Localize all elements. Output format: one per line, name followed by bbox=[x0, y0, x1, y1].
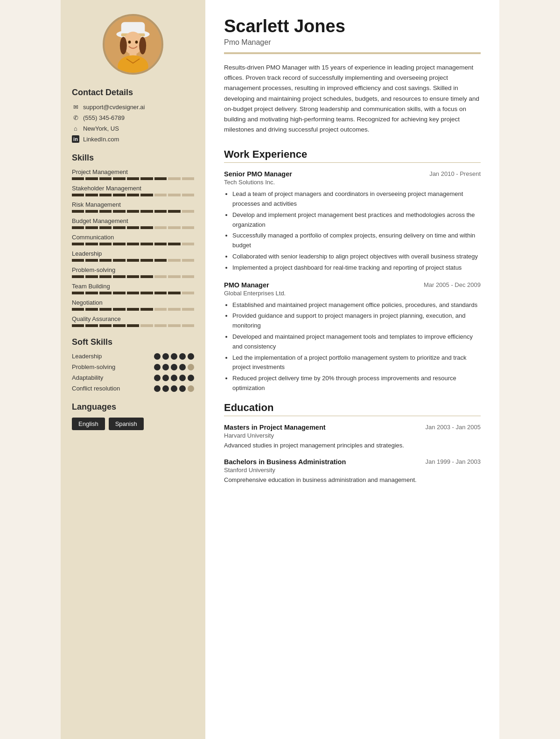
skills-list: Project ManagementStakeholder Management… bbox=[72, 168, 194, 327]
edu-divider bbox=[224, 416, 481, 417]
skill-bar bbox=[72, 210, 194, 213]
soft-skill-item: Problem-solving bbox=[72, 363, 194, 370]
skill-item: Negotiation bbox=[72, 299, 194, 311]
skill-name: Stakeholder Management bbox=[72, 185, 194, 192]
dot bbox=[188, 375, 194, 381]
soft-skill-name: Conflict resolution bbox=[72, 385, 120, 392]
bullet-item: Develop and implement project management… bbox=[232, 210, 481, 230]
contact-section-title: Contact Details bbox=[72, 88, 194, 98]
job-entry: PMO ManagerMar 2005 - Dec 2009Global Ent… bbox=[224, 281, 481, 393]
skill-item: Stakeholder Management bbox=[72, 185, 194, 196]
skill-item: Project Management bbox=[72, 168, 194, 180]
dot bbox=[188, 353, 194, 360]
dot bbox=[188, 385, 194, 392]
dot-container bbox=[154, 353, 194, 360]
work-list: Senior PMO ManagerJan 2010 - PresentTech… bbox=[224, 170, 481, 393]
skill-name: Project Management bbox=[72, 168, 194, 175]
bullet-item: Led the implementation of a project port… bbox=[232, 353, 481, 373]
contact-email: ✉ support@cvdesigner.ai bbox=[72, 103, 194, 111]
dot bbox=[171, 385, 177, 392]
summary-text: Results-driven PMO Manager with 15 years… bbox=[224, 63, 481, 135]
skill-name: Communication bbox=[72, 234, 194, 241]
resume-container: Contact Details ✉ support@cvdesigner.ai … bbox=[61, 0, 499, 739]
edu-date: Jan 1999 - Jan 2003 bbox=[425, 458, 481, 465]
work-divider bbox=[224, 162, 481, 163]
job-date: Jan 2010 - Present bbox=[429, 170, 481, 177]
edu-header: Bachelors in Business AdministrationJan … bbox=[224, 458, 481, 466]
edu-desc: Comprehensive education in business admi… bbox=[224, 475, 481, 485]
job-entry: Senior PMO ManagerJan 2010 - PresentTech… bbox=[224, 170, 481, 272]
skill-name: Negotiation bbox=[72, 299, 194, 306]
skill-bar bbox=[72, 308, 194, 311]
contact-list: ✉ support@cvdesigner.ai ✆ (555) 345-6789… bbox=[72, 103, 194, 143]
dot bbox=[154, 375, 161, 381]
sidebar: Contact Details ✉ support@cvdesigner.ai … bbox=[61, 0, 205, 739]
email-icon: ✉ bbox=[72, 103, 79, 111]
skill-item: Leadership bbox=[72, 250, 194, 262]
skill-bar bbox=[72, 324, 194, 327]
skill-bar bbox=[72, 275, 194, 278]
skill-name: Risk Management bbox=[72, 201, 194, 208]
job-company: Global Enterprises Ltd. bbox=[224, 290, 481, 297]
skill-item: Quality Assurance bbox=[72, 315, 194, 327]
dot bbox=[179, 375, 186, 381]
contact-phone: ✆ (555) 345-6789 bbox=[72, 114, 194, 121]
soft-skill-item: Adaptability bbox=[72, 374, 194, 381]
edu-entry: Masters in Project ManagementJan 2003 - … bbox=[224, 424, 481, 451]
skill-item: Communication bbox=[72, 234, 194, 245]
dot-container bbox=[154, 364, 194, 370]
soft-skills-section-title: Soft Skills bbox=[72, 337, 194, 347]
dot bbox=[154, 364, 161, 370]
dot bbox=[188, 364, 194, 370]
svg-point-8 bbox=[135, 41, 138, 44]
skill-item: Budget Management bbox=[72, 217, 194, 229]
education-title: Education bbox=[224, 402, 481, 414]
dot bbox=[179, 385, 186, 392]
dot-container bbox=[154, 385, 194, 392]
skill-bar bbox=[72, 226, 194, 229]
job-date: Mar 2005 - Dec 2009 bbox=[424, 281, 481, 288]
soft-skill-name: Leadership bbox=[72, 353, 102, 360]
job-bullets: Established and maintained project manag… bbox=[232, 300, 481, 393]
language-badges: EnglishSpanish bbox=[72, 418, 194, 430]
bullet-item: Collaborated with senior leadership to a… bbox=[232, 252, 481, 262]
soft-skill-item: Conflict resolution bbox=[72, 385, 194, 392]
header-divider bbox=[224, 52, 481, 54]
language-badge: Spanish bbox=[109, 418, 144, 430]
skills-section-title: Skills bbox=[72, 153, 194, 163]
job-bullets: Lead a team of project managers and coor… bbox=[232, 189, 481, 272]
skill-bar bbox=[72, 292, 194, 294]
skill-item: Team Building bbox=[72, 283, 194, 294]
contact-linkedin: in LinkedIn.com bbox=[72, 135, 194, 143]
skill-item: Risk Management bbox=[72, 201, 194, 213]
dot bbox=[154, 353, 161, 360]
dot bbox=[179, 364, 186, 370]
skill-bar bbox=[72, 177, 194, 180]
dot bbox=[162, 375, 169, 381]
job-company: Tech Solutions Inc. bbox=[224, 179, 481, 186]
dot bbox=[162, 385, 169, 392]
languages-section-title: Languages bbox=[72, 402, 194, 412]
edu-desc: Advanced studies in project management p… bbox=[224, 441, 481, 451]
job-header: PMO ManagerMar 2005 - Dec 2009 bbox=[224, 281, 481, 289]
dot bbox=[171, 364, 177, 370]
bullet-item: Provided guidance and support to project… bbox=[232, 311, 481, 331]
work-experience-title: Work Experience bbox=[224, 148, 481, 160]
person-name: Scarlett Jones bbox=[224, 17, 481, 36]
bullet-item: Successfully managed a portfolio of comp… bbox=[232, 231, 481, 251]
svg-point-5 bbox=[120, 37, 127, 55]
phone-icon: ✆ bbox=[72, 114, 79, 121]
skill-name: Leadership bbox=[72, 250, 194, 257]
avatar-container bbox=[72, 14, 194, 75]
skill-bar bbox=[72, 194, 194, 196]
dot bbox=[162, 353, 169, 360]
soft-skill-name: Adaptability bbox=[72, 374, 103, 381]
location-icon: ⌂ bbox=[72, 125, 79, 132]
bullet-item: Lead a team of project managers and coor… bbox=[232, 189, 481, 209]
skill-name: Problem-solving bbox=[72, 266, 194, 273]
bullet-item: Developed and maintained project managem… bbox=[232, 332, 481, 352]
svg-point-7 bbox=[128, 41, 131, 44]
skill-name: Budget Management bbox=[72, 217, 194, 224]
linkedin-icon: in bbox=[72, 135, 79, 143]
dot bbox=[162, 364, 169, 370]
